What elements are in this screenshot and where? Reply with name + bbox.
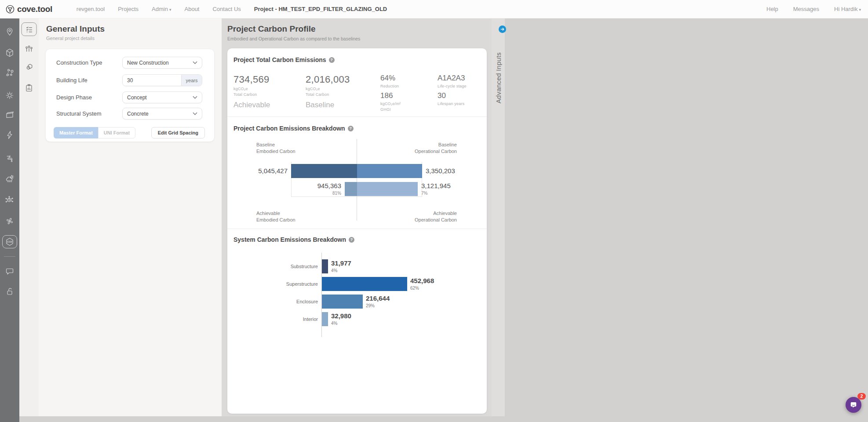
sidebar-item-feedback[interactable] xyxy=(5,266,15,276)
construction-type-label: Construction Type xyxy=(56,59,102,66)
expand-advanced-inputs-button[interactable] xyxy=(499,25,506,33)
notification-badge: 2 xyxy=(857,393,866,400)
carbon-profile-panel: Project Carbon Profile Embodied and Oper… xyxy=(222,18,492,416)
sidebar-item-hvac[interactable] xyxy=(5,216,15,226)
total-metrics-row: 734,569kgCO₂eTotal CarbonAchievable2,016… xyxy=(233,74,467,112)
weather-icon xyxy=(5,174,15,184)
bar-baseline-operational xyxy=(357,164,422,178)
design-phase-select[interactable]: Concept xyxy=(122,91,202,103)
nav-item-user-menu[interactable]: Hi Hardik▾ xyxy=(834,6,861,12)
help-icon[interactable]: ? xyxy=(349,237,354,243)
format-option-master-format[interactable]: Master Format xyxy=(54,127,98,138)
nav-links: revgen.toolProjectsAdmin▾AboutContact Us… xyxy=(77,6,387,12)
category-label-superstructure: Superstructure xyxy=(233,281,322,287)
advanced-inputs-label-wrap: Advanced Inputs xyxy=(492,40,505,115)
energy-bolt-icon xyxy=(5,130,15,140)
chart-row-baseline: 5,045,427 3,350,203 xyxy=(227,164,487,178)
sidebar-item-report[interactable] xyxy=(25,84,33,92)
general-inputs-actions: Master FormatUNI Format Edit Grid Spacin… xyxy=(54,127,205,138)
unlock-icon xyxy=(5,287,15,296)
sidebar-divider xyxy=(4,256,15,257)
chevron-down-icon xyxy=(193,96,197,99)
general-inputs-subtitle: General project details xyxy=(46,36,222,41)
checklist-icon xyxy=(25,25,33,34)
category-label-enclosure: Enclosure xyxy=(233,299,322,304)
sidebar-item-location[interactable] xyxy=(5,27,15,36)
category-label-interior: Interior xyxy=(233,316,322,322)
sidebar-item-phases[interactable] xyxy=(25,45,33,54)
label-baseline-operational: Baseline Operational Carbon xyxy=(415,142,457,155)
secondary-sidebar xyxy=(19,18,39,416)
chevron-down-icon xyxy=(193,61,197,65)
sidebar-item-board[interactable] xyxy=(5,110,15,120)
construction-type-select[interactable]: New Construction xyxy=(122,57,202,69)
help-icon[interactable]: ? xyxy=(348,126,354,131)
nav-right: HelpMessagesHi Hardik▾ xyxy=(766,6,861,12)
nav-item-contact-us[interactable]: Contact Us xyxy=(212,6,241,12)
carbon-profile-card: Project Total Carbon Emissions ? 734,569… xyxy=(227,48,487,414)
system-row-superstructure: Superstructure 452,96862% xyxy=(233,277,481,291)
sidebar-item-general-inputs[interactable] xyxy=(22,22,37,36)
sidebar-item-unlock[interactable] xyxy=(5,287,15,296)
metric-reduction-ghgi: 64%Reduction186kgCO₂e/m²GHGI xyxy=(380,74,438,112)
nodes-network-icon xyxy=(5,68,15,77)
nav-item-projects[interactable]: Projects xyxy=(118,6,139,12)
caret-down-icon: ▾ xyxy=(169,7,171,12)
category-label-substructure: Substructure xyxy=(233,264,322,269)
structural-system-select[interactable]: Concrete xyxy=(122,108,202,120)
svg-text:$: $ xyxy=(8,198,10,201)
bar-interior xyxy=(322,312,328,326)
general-inputs-panel: General Inputs General project details C… xyxy=(39,18,222,416)
nav-item-messages[interactable]: Messages xyxy=(793,6,819,12)
general-inputs-card: Construction TypeNew ConstructionBuildin… xyxy=(46,49,214,142)
sidebar-item-nodes[interactable] xyxy=(5,68,15,77)
building-life-field: years xyxy=(122,74,202,86)
value-achievable-embodied: 945,36381% xyxy=(317,182,341,196)
nav-item-admin[interactable]: Admin▾ xyxy=(152,6,171,12)
bar-enclosure xyxy=(322,295,363,309)
bar-superstructure xyxy=(322,277,407,291)
app-logo[interactable]: cove.tool xyxy=(5,4,52,14)
center-axis-line xyxy=(357,139,357,221)
bar-achievable-embodied xyxy=(345,182,357,196)
value-enclosure: 216,64429% xyxy=(366,295,390,308)
sidebar-item-sun[interactable] xyxy=(5,91,15,100)
chart-row-achievable: 945,36381% 3,121,9457% xyxy=(227,182,487,196)
label-baseline-embodied: Baseline Embodied Carbon xyxy=(256,142,295,155)
project-breakdown-heading: Project Carbon Emissions Breakdown ? xyxy=(233,125,354,132)
cost-network-icon: $ xyxy=(5,195,15,205)
construction-type-value: New Construction xyxy=(127,60,169,66)
value-superstructure: 452,96862% xyxy=(410,277,434,291)
nav-item-help[interactable]: Help xyxy=(766,6,778,12)
sidebar-item-energy[interactable] xyxy=(5,130,15,140)
section-divider xyxy=(227,229,487,229)
format-option-uni-format[interactable]: UNI Format xyxy=(98,127,135,138)
arrow-right-icon xyxy=(500,27,505,32)
system-row-enclosure: Enclosure 216,64429% xyxy=(233,295,481,309)
edit-grid-spacing-button[interactable]: Edit Grid Spacing xyxy=(151,127,205,138)
report-clipboard-icon xyxy=(25,84,33,92)
nav-item-project-breadcrumb[interactable]: Project - HM_TEST_EPD_FILTER_GLAZING_OLD xyxy=(254,6,387,12)
label-achievable-embodied: Achievable Embodied Carbon xyxy=(256,210,295,223)
sidebar-item-materials[interactable] xyxy=(25,63,33,72)
sidebar-item-carbon[interactable]: CO2 xyxy=(2,235,17,248)
value-baseline-operational: 3,350,203 xyxy=(426,167,455,175)
metric-lifecycle-lifespan: A1A2A3Life-cycle stage30Lifespan years xyxy=(438,74,467,112)
structural-system-label: Structural System xyxy=(56,110,102,117)
hexagons-icon xyxy=(25,63,33,72)
drawing-board-icon xyxy=(5,110,15,120)
page-subtitle: Embodied and Operational Carbon as compa… xyxy=(227,36,492,41)
sidebar-item-weather[interactable] xyxy=(5,174,15,184)
building-life-suffix: years xyxy=(181,75,202,86)
sidebar-item-water[interactable] xyxy=(5,153,15,163)
page-title: Project Carbon Profile xyxy=(227,24,492,34)
sidebar-item-3d-model[interactable] xyxy=(5,48,15,58)
nav-item-about[interactable]: About xyxy=(185,6,200,12)
nav-item-revgen-tool[interactable]: revgen.tool xyxy=(77,6,105,12)
help-icon[interactable]: ? xyxy=(329,57,335,63)
structural-system-value: Concrete xyxy=(127,111,149,117)
sun-icon xyxy=(5,91,15,100)
building-life-input[interactable] xyxy=(123,75,181,86)
chevron-down-icon xyxy=(193,112,197,116)
sidebar-item-cost[interactable]: $ xyxy=(5,195,15,205)
